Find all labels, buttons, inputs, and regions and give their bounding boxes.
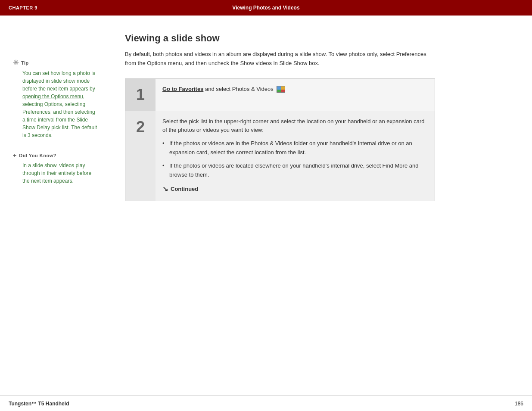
continued-icon: ↘ — [162, 184, 168, 195]
chapter-title: Viewing Photos and Videos — [232, 5, 299, 11]
footer: Tungsten™ T5 Handheld 186 — [0, 395, 532, 411]
tip-icon: ✳ — [13, 59, 19, 67]
chapter-label: CHAPTER 9 — [9, 5, 37, 10]
continued-label: Continued — [171, 185, 198, 194]
step-content-2: Select the pick list in the upper-right … — [156, 111, 435, 201]
footer-page-number: 186 — [515, 401, 523, 407]
tip-text: You can set how long a photo is displaye… — [22, 69, 99, 139]
svg-rect-3 — [281, 90, 285, 93]
content-area: Viewing a slide show By default, both ph… — [108, 33, 519, 201]
steps-table: 1 Go to Favorites and select Photos & Vi… — [125, 78, 435, 201]
step-number-2: 2 — [125, 111, 156, 201]
step1-rest: and select Photos & Videos — [203, 86, 273, 92]
did-you-know-block: + Did You Know? In a slide show, videos … — [13, 152, 99, 185]
tip-header: ✳ Tip — [13, 59, 99, 67]
footer-brand: Tungsten™ T5 Handheld — [9, 401, 69, 407]
section-title: Viewing a slide show — [125, 33, 519, 44]
footer-brand-rest: Handheld — [44, 401, 69, 407]
dyk-icon: + — [13, 152, 16, 159]
step-number-1: 1 — [125, 79, 156, 111]
step2-bullets: If the photos or videos are in the Photo… — [162, 139, 428, 179]
header-bar: CHAPTER 9 Viewing Photos and Videos — [0, 0, 532, 16]
go-to-favorites-link[interactable]: Go to Favorites — [162, 86, 203, 92]
bullet-item-2: If the photos or videos are located else… — [162, 162, 428, 180]
photos-videos-icon — [277, 86, 285, 93]
sidebar: ✳ Tip You can set how long a photo is di… — [13, 33, 108, 201]
step-row-2: 2 Select the pick list in the upper-righ… — [125, 111, 435, 201]
options-menu-link[interactable]: opening the Options menu — [22, 93, 83, 100]
tip-block: ✳ Tip You can set how long a photo is di… — [13, 59, 99, 139]
dyk-label: Did You Know? — [19, 153, 56, 158]
bullet-item-1: If the photos or videos are in the Photo… — [162, 139, 428, 157]
footer-brand-bold: Tungsten™ T5 — [9, 401, 44, 407]
main-content: ✳ Tip You can set how long a photo is di… — [0, 16, 532, 218]
step2-intro: Select the pick list in the upper-right … — [162, 117, 428, 135]
dyk-header: + Did You Know? — [13, 152, 99, 159]
svg-rect-2 — [277, 90, 281, 93]
step-content-1: Go to Favorites and select Photos & Vide… — [156, 79, 435, 111]
step-row-1: 1 Go to Favorites and select Photos & Vi… — [125, 79, 435, 111]
svg-rect-0 — [277, 86, 281, 90]
section-intro: By default, both photos and videos in an… — [125, 50, 426, 68]
continued-row: ↘ Continued — [162, 184, 428, 195]
dyk-text: In a slide show, videos play through in … — [22, 162, 99, 185]
tip-label: Tip — [21, 60, 29, 65]
svg-rect-1 — [281, 86, 285, 90]
